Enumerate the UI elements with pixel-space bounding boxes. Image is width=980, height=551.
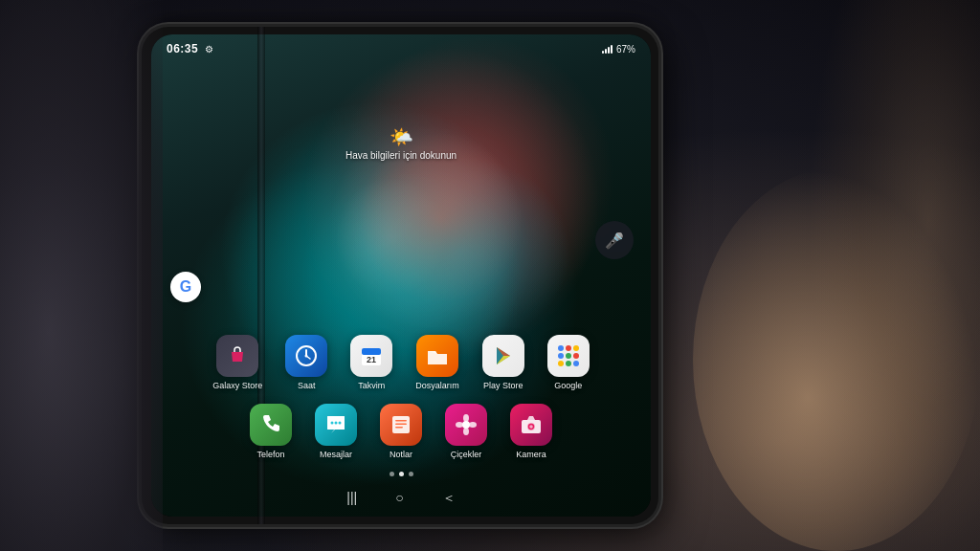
notlar-label: Notlar: [390, 450, 412, 459]
signal-bar-3: [608, 47, 610, 54]
galaxy-store-label: Galaxy Store: [212, 381, 262, 390]
battery-level: 67%: [616, 44, 635, 55]
svg-point-14: [339, 422, 342, 425]
nav-recents[interactable]: |||: [346, 490, 357, 507]
svg-point-13: [335, 422, 338, 425]
dock-dot-1: [390, 472, 394, 476]
google-dot-5: [566, 353, 571, 359]
google-dots: [558, 345, 579, 366]
notlar-icon: [380, 404, 422, 446]
app-phone[interactable]: Telefon: [250, 404, 292, 459]
dock-dot-3: [409, 472, 413, 476]
app-takvim[interactable]: 21 Takvim: [350, 335, 392, 390]
svg-point-3: [305, 355, 308, 358]
nav-back[interactable]: ＜: [442, 490, 456, 507]
svg-text:21: 21: [367, 355, 376, 364]
app-camera[interactable]: Kamera: [510, 404, 552, 459]
saat-icon: [285, 335, 327, 377]
camera-label: Kamera: [516, 450, 546, 459]
galaxy-store-icon: [216, 335, 258, 377]
dock-dots: [151, 472, 651, 476]
google-g-button[interactable]: G: [170, 272, 201, 302]
svg-point-19: [462, 421, 470, 429]
phone-icon: [250, 404, 292, 446]
takvim-icon: 21: [350, 335, 392, 377]
weather-text: Hava bilgileri için dokunun: [345, 150, 457, 161]
messages-icon: [315, 404, 357, 446]
app-notlar[interactable]: Notlar: [380, 404, 422, 459]
left-background: [0, 0, 163, 551]
signal-bar-4: [611, 45, 612, 54]
signal-bar-1: [602, 51, 604, 54]
svg-rect-17: [395, 424, 407, 426]
messages-label: Mesajlar: [320, 450, 352, 459]
play-store-label: Play Store: [483, 381, 523, 390]
cicekler-icon: [445, 404, 487, 446]
dosyalarim-label: Dosyalarım: [415, 381, 459, 390]
google-g-label: G: [180, 278, 191, 296]
svg-point-23: [469, 422, 477, 428]
phone-label: Telefon: [256, 450, 284, 459]
svg-rect-16: [395, 420, 407, 422]
app-galaxy-store[interactable]: Galaxy Store: [212, 335, 262, 390]
mic-icon: 🎤: [605, 231, 624, 250]
app-grid: Galaxy Store Saat: [151, 335, 651, 459]
app-messages[interactable]: Mesajlar: [315, 404, 357, 459]
svg-point-20: [463, 414, 469, 422]
google-dot-3: [573, 345, 579, 351]
nav-home[interactable]: ○: [395, 490, 403, 507]
google-dot-7: [558, 361, 564, 366]
svg-point-22: [456, 422, 463, 428]
play-store-icon: [482, 335, 524, 377]
status-right: 67%: [602, 44, 635, 55]
hand: [693, 168, 980, 551]
settings-icon: ⚙: [205, 44, 213, 55]
weather-icon: 🌤️: [390, 125, 413, 148]
takvim-label: Takvim: [358, 381, 385, 390]
app-google[interactable]: Google: [547, 335, 590, 390]
google-dot-8: [566, 361, 571, 366]
svg-point-21: [463, 428, 469, 435]
app-saat[interactable]: Saat: [285, 335, 327, 390]
status-time: 06:35: [167, 42, 198, 55]
google-dot-1: [558, 345, 564, 351]
app-cicekler[interactable]: Çiçekler: [445, 404, 487, 459]
dosyalarim-icon: [416, 335, 458, 377]
scene: 06:35 ⚙ 67% 🌤️ Hava bilgileri için dokun…: [0, 0, 980, 551]
signal-bars: [602, 44, 612, 54]
svg-rect-18: [395, 427, 403, 429]
mic-button[interactable]: 🎤: [595, 221, 634, 259]
phone-screen: 06:35 ⚙ 67% 🌤️ Hava bilgileri için dokun…: [151, 34, 651, 517]
google-dot-2: [566, 345, 571, 351]
status-bar: 06:35 ⚙ 67%: [151, 34, 651, 63]
svg-rect-5: [362, 348, 381, 355]
google-label: Google: [554, 381, 582, 390]
signal-bar-2: [605, 49, 607, 54]
camera-icon: [510, 404, 552, 446]
google-dot-9: [573, 361, 579, 366]
app-play-store[interactable]: Play Store: [482, 335, 524, 390]
svg-point-12: [331, 422, 334, 425]
cicekler-label: Çiçekler: [451, 450, 482, 459]
dock-dot-2: [399, 472, 404, 476]
google-dot-4: [558, 353, 564, 359]
google-dot-6: [573, 353, 579, 359]
google-icon: [547, 335, 590, 377]
saat-label: Saat: [298, 381, 316, 390]
app-row-2: Telefon Mesajlar: [170, 404, 632, 459]
app-dosyalarim[interactable]: Dosyalarım: [415, 335, 459, 390]
weather-widget[interactable]: 🌤️ Hava bilgileri için dokunun: [151, 125, 651, 161]
nav-bar: ||| ○ ＜: [151, 490, 651, 507]
app-row-1: Galaxy Store Saat: [170, 335, 632, 390]
